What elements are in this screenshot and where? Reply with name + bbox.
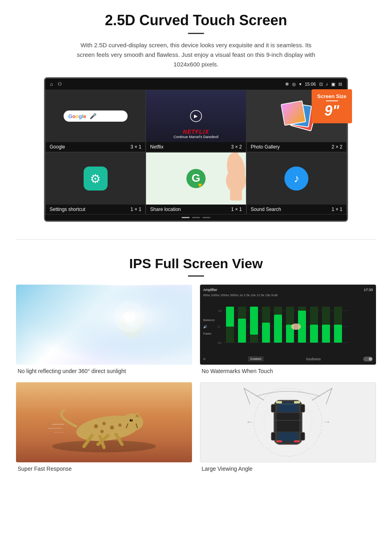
photo-stack <box>282 102 310 130</box>
light-rays-svg <box>16 285 192 365</box>
car-image: ← → <box>200 382 376 462</box>
svg-rect-71 <box>300 432 305 440</box>
app-cell-google[interactable]: Google 🎤 Google 3 × 1 <box>45 90 146 152</box>
amplifier-label: Amplifier <box>203 288 217 292</box>
screen-size-value: 9" <box>324 102 339 119</box>
svg-rect-69 <box>300 404 305 412</box>
equalizer-display: Amplifier 17:33 60hz100hz200hz500hz1k2.5… <box>200 285 376 365</box>
svg-text:-10: -10 <box>217 341 222 345</box>
sound-cell-top: ♪ <box>247 153 346 205</box>
section-curved-touch: 2.5D Curved Touch Screen With 2.5D curve… <box>0 0 392 231</box>
settings-cell-top: ⚙ <box>46 153 145 205</box>
cheetah-caption: Super Fast Response <box>16 466 192 472</box>
svg-point-43 <box>100 430 104 433</box>
svg-rect-68 <box>271 404 276 412</box>
netflix-cell-top: ▶ NETFLIX Continue Marvel's Daredevil <box>146 90 246 142</box>
netflix-name: Netflix <box>150 144 163 150</box>
sound-name: Sound Search <box>251 207 281 212</box>
car-caption: Large Viewing Angle <box>200 466 376 472</box>
svg-text:10: 10 <box>218 309 222 313</box>
eq-custom-button[interactable]: Custom <box>248 356 264 361</box>
loudness-label: loudness <box>306 357 321 361</box>
camera-icon: ⊡ <box>319 82 323 87</box>
status-bar-left: ⌂ ⚇ <box>50 81 62 87</box>
app-cell-maps[interactable]: G <box>146 152 246 215</box>
svg-rect-73 <box>294 401 300 403</box>
svg-point-39 <box>94 424 98 428</box>
settings-gear-icon: ⚙ <box>90 172 101 186</box>
google-size: 3 × 1 <box>130 144 141 150</box>
svg-rect-17 <box>226 307 234 327</box>
loudness-toggle[interactable] <box>363 357 373 361</box>
cheetah-svg <box>40 392 168 452</box>
section-divider <box>16 239 376 240</box>
eq-bottom: « Custom loudness <box>203 356 373 361</box>
img-item-cheetah: Super Fast Response <box>16 382 192 472</box>
maps-icon: G <box>186 169 206 189</box>
window-icon: ⊟ <box>338 82 342 87</box>
sound-size: 1 × 1 <box>332 207 342 212</box>
app-cell-sound[interactable]: ♪ Sound Search 1 × 1 <box>246 152 347 215</box>
app-cell-netflix[interactable]: ▶ NETFLIX Continue Marvel's Daredevil Ne… <box>146 90 246 152</box>
svg-rect-21 <box>250 307 258 335</box>
netflix-label: Netflix 3 × 2 <box>146 142 246 152</box>
app-cell-settings[interactable]: ⚙ Settings shortcut 1 × 1 <box>45 152 146 215</box>
svg-point-9 <box>114 301 145 332</box>
device-mockup: Screen Size 9" ⌂ ⚇ ✻ ◎ ▾ 15:06 ⊡ ♪ ▣ <box>44 77 348 222</box>
eq-image: Amplifier 17:33 60hz100hz200hz500hz1k2.5… <box>200 285 376 365</box>
photos-label: Photo Gallery 2 × 2 <box>247 142 346 152</box>
hand-icon <box>218 152 246 201</box>
eq-header: Amplifier 17:33 <box>203 288 373 292</box>
sunlight-image <box>16 285 192 365</box>
photo-card-1 <box>281 100 306 126</box>
eq-freq-labels: 60hz100hz200hz500hz1k2.5k10k12.5k15kSUB <box>203 293 373 297</box>
section2-title: IPS Full Screen View <box>16 256 376 271</box>
svg-point-40 <box>102 422 106 425</box>
scroll-dot-1 <box>182 217 190 218</box>
section2-underline <box>188 275 204 277</box>
svg-text:G: G <box>192 172 200 184</box>
svg-rect-74 <box>276 440 282 442</box>
google-search-box[interactable]: Google 🎤 <box>64 110 128 122</box>
eq-nav-left: « <box>203 357 206 361</box>
maps-label: Share location 1 × 1 <box>146 205 246 214</box>
maps-name: Share location <box>150 207 181 212</box>
netflix-subtitle: Continue Marvel's Daredevil <box>174 135 218 139</box>
svg-rect-23 <box>262 323 270 343</box>
photos-name: Photo Gallery <box>251 144 280 150</box>
img-item-car: ← → Large Viewing Angle <box>200 382 376 472</box>
svg-rect-19 <box>238 319 246 343</box>
svg-rect-64 <box>279 403 297 405</box>
touch-hand <box>218 152 246 202</box>
play-button[interactable]: ▶ <box>190 110 202 122</box>
screen-size-label: Screen Size <box>317 93 346 99</box>
settings-label: Settings shortcut 1 × 1 <box>46 205 145 214</box>
section-ips: IPS Full Screen View <box>0 248 392 480</box>
car-top-view-svg: ← → <box>212 384 364 460</box>
svg-rect-31 <box>310 325 318 343</box>
netflix-logo-text: NETFLIX <box>183 128 209 135</box>
svg-point-41 <box>110 426 114 430</box>
music-icon-wrap: ♪ <box>284 167 308 191</box>
svg-text:←: ← <box>246 418 253 426</box>
status-bar-right: ✻ ◎ ▾ 15:06 ⊡ ♪ ▣ ⊟ <box>285 82 342 87</box>
section1-title: 2.5D Curved Touch Screen <box>16 12 376 29</box>
gps-icon: ◎ <box>292 82 296 87</box>
battery-icon: ▣ <box>331 82 335 87</box>
settings-icon-wrap: ⚙ <box>84 167 108 191</box>
eq-side-labels: Balance🔊Fader <box>203 318 215 335</box>
svg-rect-33 <box>322 325 330 343</box>
svg-text:0: 0 <box>218 325 220 329</box>
svg-rect-75 <box>294 440 300 442</box>
scroll-dot-3 <box>202 217 210 218</box>
photos-size: 2 × 2 <box>332 144 342 150</box>
eq-time: 17:33 <box>364 288 373 292</box>
app-grid: Google 🎤 Google 3 × 1 <box>45 90 347 215</box>
status-bar: ⌂ ⚇ ✻ ◎ ▾ 15:06 ⊡ ♪ ▣ ⊟ <box>45 78 347 90</box>
svg-rect-35 <box>334 325 342 343</box>
bluetooth-icon: ✻ <box>285 82 289 87</box>
svg-rect-7 <box>16 285 192 364</box>
home-icon: ⌂ <box>50 81 53 87</box>
google-name: Google <box>50 144 65 150</box>
google-mic-icon: 🎤 <box>90 113 96 119</box>
